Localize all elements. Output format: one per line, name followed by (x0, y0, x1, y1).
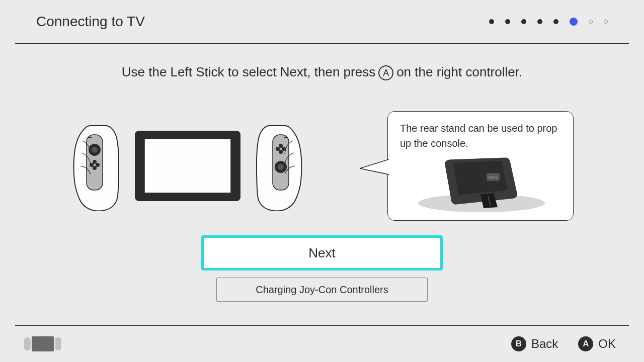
svg-point-14 (279, 150, 283, 154)
svg-text:SWITCH: SWITCH (488, 176, 498, 179)
controller-status-icon (24, 335, 61, 352)
info-callout: The rear stand can be used to prop up th… (387, 111, 574, 221)
callout-text: The rear stand can be used to prop up th… (400, 121, 563, 151)
step-dot (589, 20, 593, 24)
page-title: Connecting to TV (36, 14, 145, 30)
b-button-icon: B (511, 336, 526, 351)
step-dot (553, 19, 558, 24)
button-stack: Next Charging Joy-Con Controllers (0, 235, 644, 302)
callout-tail-icon (360, 159, 389, 177)
next-button[interactable]: Next (201, 235, 443, 270)
svg-rect-24 (55, 337, 61, 350)
svg-point-6 (93, 166, 97, 170)
footer-actions: B Back A OK (511, 336, 616, 351)
step-dot (521, 19, 526, 24)
svg-point-13 (279, 144, 283, 148)
svg-point-2 (92, 147, 98, 153)
svg-rect-7 (89, 137, 92, 138)
left-hand-joycon-icon (70, 121, 121, 211)
a-button-icon: A (378, 65, 393, 80)
controllers-illustration (70, 121, 305, 211)
step-indicator (489, 18, 608, 26)
ok-label: OK (598, 337, 616, 351)
step-dot (505, 19, 510, 24)
step-dot-current (570, 18, 578, 26)
a-button-icon: A (578, 336, 593, 351)
footer: B Back A OK (0, 326, 644, 362)
step-dot (537, 19, 542, 24)
ok-action[interactable]: A OK (578, 336, 616, 351)
charging-joycon-button[interactable]: Charging Joy-Con Controllers (216, 278, 428, 302)
back-label: Back (531, 337, 558, 351)
console-screen-icon (144, 139, 231, 193)
divider (15, 43, 629, 44)
illustration-area: The rear stand can be used to prop up th… (70, 111, 574, 221)
svg-point-4 (96, 163, 100, 167)
console-kickstand-icon: SWITCH (416, 155, 547, 213)
svg-point-10 (278, 164, 284, 170)
svg-point-12 (276, 147, 280, 151)
svg-marker-16 (360, 159, 389, 174)
step-dot (604, 20, 608, 24)
right-hand-joycon-icon (255, 121, 305, 211)
instruction-text: Use the Left Stick to select Next, then … (0, 64, 644, 80)
svg-rect-22 (24, 337, 31, 350)
svg-rect-23 (32, 336, 54, 351)
step-dot (489, 19, 494, 24)
instruction-post: on the right controller. (396, 64, 522, 80)
back-action[interactable]: B Back (511, 336, 558, 351)
header: Connecting to TV (0, 0, 644, 43)
instruction-pre: Use the Left Stick to select Next, then … (122, 64, 375, 80)
svg-point-5 (93, 160, 97, 164)
svg-rect-15 (284, 137, 287, 138)
console-tablet-icon (135, 131, 240, 201)
